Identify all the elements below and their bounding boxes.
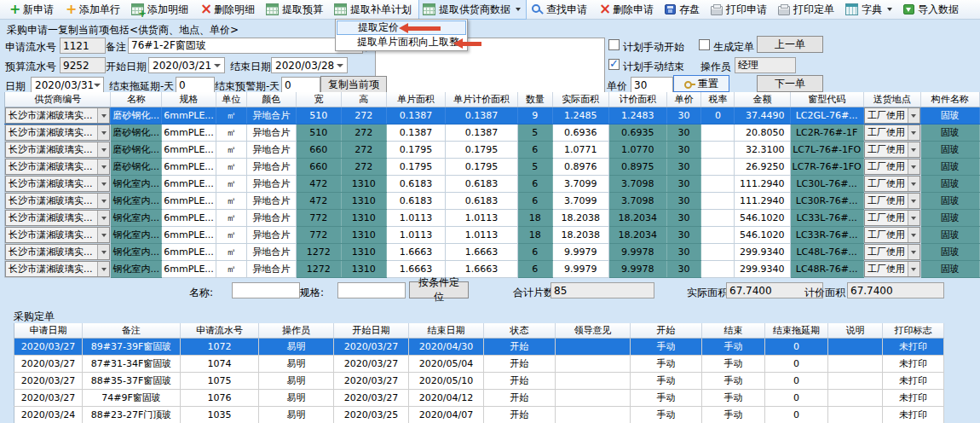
cell-end_mode[interactable]: 手动 — [702, 390, 765, 407]
combo-dropdown-button[interactable] — [908, 194, 919, 208]
delivery-combo[interactable]: 工厂使用 — [864, 142, 920, 158]
cell-tax_rate[interactable] — [701, 176, 735, 193]
cell-actual_area[interactable]: 3.7099 — [552, 176, 608, 193]
toolbar-button[interactable]: 删除明细 — [195, 0, 261, 20]
cell-end_date[interactable]: 2020/04/12 — [409, 390, 484, 407]
table-row[interactable]: 2020/03/2788#35-37F窗固玻1075易明2020/03/2720… — [14, 373, 944, 390]
cell-status[interactable]: 开始 — [484, 407, 556, 423]
column-header-apply_date[interactable]: 申请日期 — [14, 323, 83, 339]
cell-end_delay[interactable]: 0 — [765, 373, 828, 390]
table-row[interactable]: 长沙市潇湘玻璃实...磨砂钢化...6mmPLE...㎡异地合片6602720.… — [5, 142, 980, 159]
cell-piece_price_area[interactable]: 1.0113 — [446, 210, 518, 227]
cell-component[interactable]: 固玻 — [920, 159, 979, 176]
column-header-piece_area[interactable]: 单片面积 — [386, 92, 445, 107]
cell-spec[interactable]: 6mmPLE... — [162, 261, 216, 278]
table-row[interactable]: 长沙市潇湘玻璃实...钢化室内...6mmPLE...㎡异地合片47213100… — [5, 193, 980, 210]
column-header-operator[interactable]: 操作员 — [259, 323, 334, 339]
end-date-combo[interactable]: 2020/03/28 — [271, 57, 348, 73]
column-header-delivery[interactable]: 送货地点 — [863, 92, 920, 107]
gen-order-checkbox[interactable] — [699, 39, 710, 50]
cell-amount[interactable]: 111.2940 — [735, 193, 790, 210]
column-header-piece_price_area[interactable]: 单片计价面积 — [446, 92, 518, 107]
combo-dropdown-button[interactable] — [908, 159, 919, 174]
cell-start_date[interactable]: 2020/03/27 — [334, 356, 409, 373]
cell-delivery[interactable]: 工厂使用 — [863, 227, 920, 244]
cell-apply_date[interactable]: 2020/03/27 — [14, 356, 83, 373]
cell-component[interactable]: 固玻 — [920, 210, 979, 227]
cell-supplier[interactable]: 长沙市潇湘玻璃实... — [5, 107, 111, 125]
column-header-leader_opinion[interactable]: 领导意见 — [556, 323, 631, 339]
cell-spec[interactable]: 6mmPLE... — [162, 176, 216, 193]
supplier-combo[interactable]: 长沙市潇湘玻璃实... — [5, 125, 110, 141]
cell-qty[interactable]: 6 — [517, 176, 552, 193]
delivery-combo[interactable]: 工厂使用 — [864, 176, 920, 192]
table-row[interactable]: 长沙市潇湘玻璃实...磨砂钢化...6mmPLE...㎡异地合片6602720.… — [5, 159, 980, 176]
table-row[interactable]: 2020/03/2774#9F窗固玻1076易明2020/03/272020/0… — [14, 390, 944, 407]
cell-height[interactable]: 1310 — [341, 210, 386, 227]
cell-piece_area[interactable]: 1.6663 — [386, 244, 445, 261]
cell-supplier[interactable]: 长沙市潇湘玻璃实... — [5, 227, 111, 244]
supplier-combo[interactable]: 长沙市潇湘玻璃实... — [5, 227, 110, 243]
column-header-unit[interactable]: 单位 — [216, 92, 246, 107]
cell-remark[interactable]: 89#37-39F窗固玻 — [83, 339, 181, 356]
cell-price_area[interactable]: 18.2034 — [608, 227, 666, 244]
cell-leader_opinion[interactable] — [556, 356, 631, 373]
cell-spec[interactable]: 6mmPLE... — [162, 142, 216, 159]
cell-apply_date[interactable]: 2020/03/24 — [14, 407, 83, 423]
prev-order-button[interactable]: 上一单 — [757, 36, 823, 53]
cell-qty[interactable]: 9 — [517, 107, 552, 125]
cell-unit[interactable]: ㎡ — [216, 210, 246, 227]
cell-unit[interactable]: ㎡ — [216, 193, 246, 210]
cell-print_flag[interactable]: 未打印 — [883, 356, 944, 373]
cell-spec[interactable]: 6mmPLE... — [162, 193, 216, 210]
column-header-name[interactable]: 名称 — [111, 92, 162, 107]
column-header-window_code[interactable]: 窗型代码 — [790, 92, 863, 107]
table-row[interactable]: 长沙市潇湘玻璃实...钢化室内...6mmPLE...㎡异地合片47213100… — [5, 176, 980, 193]
cell-component[interactable]: 固玻 — [920, 261, 979, 278]
cell-piece_area[interactable]: 0.1795 — [386, 142, 445, 159]
toolbar-button[interactable]: 查找申请 — [527, 0, 593, 20]
cell-unit_price[interactable]: 30 — [666, 193, 701, 210]
cell-color[interactable]: 异地合片 — [246, 159, 296, 176]
cell-actual_area[interactable]: 18.2038 — [552, 227, 608, 244]
cell-piece_area[interactable]: 0.6183 — [386, 193, 445, 210]
cell-component[interactable]: 固玻 — [920, 142, 979, 159]
cell-print_flag[interactable]: 未打印 — [883, 373, 944, 390]
cell-color[interactable]: 异地合片 — [246, 176, 296, 193]
cell-color[interactable]: 异地合片 — [246, 107, 296, 125]
cell-desc[interactable] — [828, 373, 883, 390]
cell-tax_rate[interactable] — [701, 125, 735, 142]
cell-delivery[interactable]: 工厂使用 — [863, 125, 920, 142]
cell-price_area[interactable]: 9.9978 — [608, 261, 666, 278]
cell-price_area[interactable]: 1.0770 — [608, 142, 666, 159]
cell-price_area[interactable]: 0.8975 — [608, 159, 666, 176]
cell-supplier[interactable]: 长沙市潇湘玻璃实... — [5, 176, 111, 193]
cell-width[interactable]: 660 — [296, 159, 341, 176]
cell-apply_date[interactable]: 2020/03/27 — [14, 339, 83, 356]
cell-price_area[interactable]: 1.2483 — [608, 107, 666, 125]
column-header-supplier[interactable]: 供货商编号 — [5, 92, 111, 107]
cell-spec[interactable]: 6mmPLE... — [162, 244, 216, 261]
toolbar-button[interactable]: 添加明细 — [127, 0, 194, 20]
serial-input[interactable] — [60, 38, 106, 54]
combo-dropdown-button[interactable] — [97, 108, 109, 123]
cell-delivery[interactable]: 工厂使用 — [863, 210, 920, 227]
supplier-combo[interactable]: 长沙市潇湘玻璃实... — [5, 159, 110, 175]
cell-supplier[interactable]: 长沙市潇湘玻璃实... — [5, 125, 111, 142]
cell-spec[interactable]: 6mmPLE... — [162, 159, 216, 176]
cell-operator[interactable]: 易明 — [259, 356, 334, 373]
cell-height[interactable]: 1310 — [341, 227, 386, 244]
cell-serial[interactable]: 1074 — [181, 356, 259, 373]
cell-apply_date[interactable]: 2020/03/27 — [14, 373, 83, 390]
cell-delivery[interactable]: 工厂使用 — [863, 176, 920, 193]
combo-dropdown-button[interactable] — [908, 228, 919, 242]
date-combo[interactable]: 2020/03/31 — [31, 77, 104, 93]
column-header-end_date[interactable]: 结束日期 — [409, 323, 484, 339]
menu-item[interactable]: 提取单片面积向上取整 — [337, 35, 466, 49]
cell-width[interactable]: 472 — [296, 193, 341, 210]
warn-input[interactable] — [281, 77, 320, 93]
column-header-print_flag[interactable]: 打印标志 — [883, 323, 944, 339]
cell-end_date[interactable]: 2020/04/30 — [409, 339, 484, 356]
cell-component[interactable]: 固玻 — [920, 107, 979, 125]
cell-width[interactable]: 772 — [296, 227, 341, 244]
